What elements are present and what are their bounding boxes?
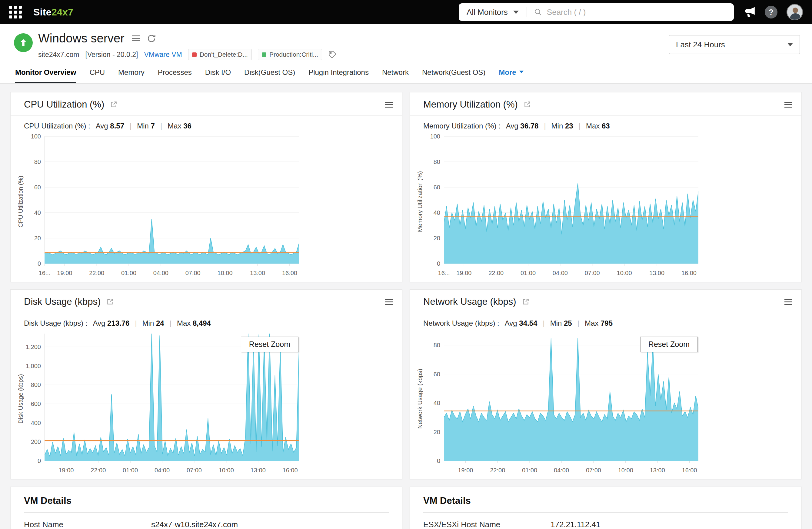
monitor-version: [Version - 20.0.2] — [85, 50, 138, 59]
monitor-meta-row: site24x7.com [Version - 20.0.2] VMware V… — [38, 49, 337, 60]
chart-area: Disk Usage (kbps) 02004006008001,0001,20… — [11, 329, 402, 479]
site24x7-logo[interactable]: Site24x7 — [33, 7, 73, 18]
tab-cpu[interactable]: CPU — [89, 68, 105, 83]
table-row: ESX/ESXi Host Name 172.21.112.41 — [423, 513, 788, 529]
tag-color-swatch — [192, 53, 197, 57]
stat-max: Max 8,494 — [177, 319, 211, 327]
disk-usage-card: Disk Usage (kbps) Disk Usage (kbps) : Av… — [10, 289, 402, 479]
monitor-title: Windows server — [38, 31, 125, 45]
network-usage-chart[interactable] — [444, 334, 698, 464]
memory-utilization-card: Memory Utilization (%) Memory Utilizatio… — [410, 92, 802, 282]
chart-area: Memory Utilization (%) 020406080100 16:.… — [410, 132, 801, 282]
monitor-search-pill: All Monitors — [459, 3, 734, 21]
page-header: Windows server site24x7.com [Version - 2… — [0, 24, 812, 60]
expand-chart-icon[interactable] — [522, 298, 530, 306]
search-icon — [534, 8, 542, 16]
logo-text: Site — [33, 7, 52, 18]
y-axis-title: Network Usage (kbps) — [416, 334, 424, 464]
stat-name: Memory Utilization (%) : — [423, 122, 501, 130]
stat-avg: Avg 36.78 — [506, 122, 539, 130]
chart-title: CPU Utilization (%) — [24, 99, 104, 110]
tab-disk-io[interactable]: Disk I/O — [205, 68, 231, 83]
tab-monitor-overview[interactable]: Monitor Overview — [15, 68, 76, 83]
expand-chart-icon[interactable] — [523, 101, 531, 108]
tab-more[interactable]: More — [499, 68, 523, 83]
network-usage-card: Network Usage (kbps) Network Usage (kbps… — [410, 289, 802, 479]
stat-avg: Avg 8.57 — [96, 122, 124, 130]
vmware-vm-link[interactable]: VMware VM — [144, 50, 182, 59]
stat-avg: Avg 34.54 — [505, 319, 537, 327]
chart-area: CPU Utilization (%) 020406080100 16:..19… — [11, 132, 402, 282]
status-up-badge — [14, 33, 33, 52]
chart-menu-icon[interactable] — [784, 299, 792, 305]
memory-utilization-chart[interactable] — [444, 136, 698, 267]
stat-separator: | — [544, 122, 546, 130]
up-arrow-icon — [18, 38, 28, 47]
monitor-scope-dropdown[interactable]: All Monitors — [459, 3, 526, 21]
plot-region: Reset Zoom 19:0022:0001:0004:0007:0010:0… — [45, 334, 299, 475]
tag-label: Production:Criti... — [269, 51, 318, 58]
stat-max: Max 36 — [168, 122, 191, 130]
help-icon[interactable]: ? — [765, 6, 778, 18]
stat-avg: Avg 213.76 — [93, 319, 129, 327]
stat-min: Min 24 — [142, 319, 164, 327]
search-section — [527, 8, 734, 17]
search-input[interactable] — [547, 8, 727, 17]
avatar-image — [787, 4, 803, 20]
chart-title: Disk Usage (kbps) — [24, 296, 101, 307]
reset-zoom-button[interactable]: Reset Zoom — [640, 337, 698, 352]
plot-region: 16:..19:0022:0001:0004:0007:0010:0013:00… — [444, 136, 698, 278]
stat-name: Disk Usage (kbps) : — [24, 319, 87, 327]
tab-disk-guest-os[interactable]: Disk(Guest OS) — [244, 68, 295, 83]
stat-separator: | — [170, 319, 172, 327]
stat-separator: | — [579, 122, 581, 130]
expand-chart-icon[interactable] — [106, 298, 114, 306]
stat-name: CPU Utilization (%) : — [24, 122, 90, 130]
title-block: Windows server site24x7.com [Version - 2… — [38, 31, 337, 60]
monitor-scope-label: All Monitors — [467, 8, 508, 17]
chart-menu-icon[interactable] — [784, 102, 792, 107]
tab-network[interactable]: Network — [382, 68, 409, 83]
chevron-down-icon — [519, 71, 524, 73]
tag-chip-production[interactable]: Production:Criti... — [258, 49, 322, 60]
tab-plugin-integrations[interactable]: Plugin Integrations — [308, 68, 369, 83]
tag-chip-dont-delete[interactable]: Don't_Delete:D... — [188, 49, 252, 60]
stat-name: Network Usage (kbps) : — [423, 319, 499, 327]
cpu-utilization-chart[interactable] — [45, 136, 299, 267]
expand-chart-icon[interactable] — [110, 101, 118, 108]
disk-usage-chart[interactable] — [45, 334, 299, 464]
time-range-label: Last 24 Hours — [676, 40, 725, 49]
stat-separator: | — [135, 319, 137, 327]
x-axis-labels: 19:0022:0001:0004:0007:0010:0013:0016:00 — [45, 464, 299, 475]
chart-stats: CPU Utilization (%) : Avg 8.57 | Min 7 |… — [11, 116, 402, 132]
time-range-dropdown[interactable]: Last 24 Hours — [669, 35, 800, 54]
vm-detail-value: s24x7-w10.site24x7.com — [151, 520, 238, 529]
x-axis-labels: 16:..19:0022:0001:0004:0007:0010:0013:00… — [444, 267, 698, 278]
reset-zoom-button[interactable]: Reset Zoom — [241, 337, 299, 352]
chart-stats: Disk Usage (kbps) : Avg 213.76 | Min 24 … — [11, 313, 402, 329]
plot-region: 16:..19:0022:0001:0004:0007:0010:0013:00… — [45, 136, 299, 278]
y-axis-title: Memory Utilization (%) — [416, 136, 424, 267]
stat-max: Max 63 — [586, 122, 610, 130]
tag-color-swatch — [262, 53, 266, 57]
chart-menu-icon[interactable] — [385, 299, 393, 305]
chart-title: Network Usage (kbps) — [423, 296, 516, 307]
announcements-icon[interactable] — [744, 7, 756, 18]
chart-area: Network Usage (kbps) 020406080 Reset Zoo… — [410, 329, 801, 479]
tab-processes[interactable]: Processes — [158, 68, 192, 83]
y-axis-labels: 02004006008001,0001,200 — [25, 334, 45, 464]
tab-memory[interactable]: Memory — [118, 68, 145, 83]
user-avatar[interactable] — [786, 4, 803, 20]
table-row: Host Name s24x7-w10.site24x7.com — [24, 513, 389, 529]
monitor-list-icon[interactable] — [132, 35, 140, 41]
vm-details-title: VM Details — [423, 495, 788, 513]
y-axis-title: CPU Utilization (%) — [16, 136, 25, 267]
refresh-icon[interactable] — [147, 34, 156, 43]
chevron-down-icon — [513, 11, 519, 14]
stat-separator: | — [578, 319, 579, 327]
stat-separator: | — [130, 122, 131, 130]
tag-icon[interactable] — [328, 50, 337, 59]
apps-grid-icon[interactable] — [9, 6, 22, 18]
chart-menu-icon[interactable] — [385, 102, 393, 107]
tab-network-guest-os[interactable]: Network(Guest OS) — [422, 68, 485, 83]
